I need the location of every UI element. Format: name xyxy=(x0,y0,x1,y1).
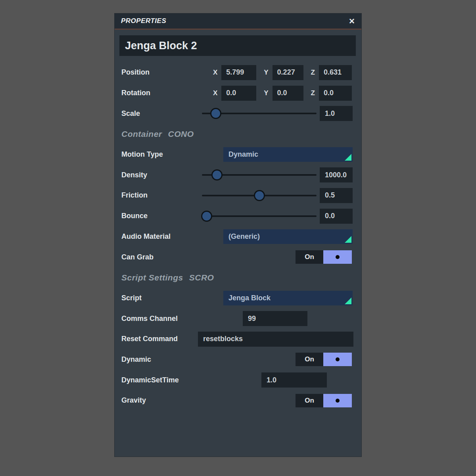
gravity-switch[interactable] xyxy=(323,394,352,407)
gravity-state: On xyxy=(296,394,323,407)
rotation-y-label: Y xyxy=(264,89,268,97)
can-grab-label: Can Grab xyxy=(121,253,154,261)
comms-channel-row: Comms Channel xyxy=(115,308,361,329)
titlebar-separator xyxy=(115,29,361,30)
gravity-label: Gravity xyxy=(121,396,146,405)
scale-slider[interactable] xyxy=(202,103,317,124)
container-section-header: Container CONO xyxy=(115,124,361,144)
rotation-x-label: X xyxy=(213,89,217,97)
rotation-y-field[interactable] xyxy=(273,86,303,101)
friction-slider-handle[interactable] xyxy=(254,190,265,201)
can-grab-row: Can Grab On xyxy=(115,247,361,267)
position-x-label: X xyxy=(213,69,217,77)
gravity-row: Gravity On xyxy=(115,390,361,411)
titlebar: PROPERTIES ✕ xyxy=(115,13,361,29)
friction-row: Friction xyxy=(115,185,361,206)
can-grab-toggle[interactable]: On xyxy=(296,250,352,264)
density-slider-handle[interactable] xyxy=(211,169,223,180)
audio-material-dropdown[interactable]: (Generic) xyxy=(223,229,353,244)
audio-material-row: Audio Material (Generic) xyxy=(115,226,361,247)
motion-type-dropdown[interactable]: Dynamic xyxy=(223,147,353,162)
rotation-z-field[interactable] xyxy=(319,86,352,101)
bounce-slider-handle[interactable] xyxy=(201,211,212,222)
density-label: Density xyxy=(121,171,147,179)
script-row: Script Jenga Block xyxy=(115,288,361,309)
dynamic-set-time-field[interactable] xyxy=(261,372,327,388)
motion-type-value: Dynamic xyxy=(228,150,258,159)
density-slider[interactable] xyxy=(202,165,317,185)
bounce-slider[interactable] xyxy=(202,206,317,226)
reset-command-field[interactable] xyxy=(198,332,353,347)
script-label: Script xyxy=(121,294,142,302)
position-x-field[interactable] xyxy=(221,65,256,80)
comms-channel-field[interactable] xyxy=(243,311,307,326)
rotation-axis-group: X Y Z xyxy=(213,83,352,104)
position-row: Position X Y Z xyxy=(115,62,361,83)
friction-value-field[interactable] xyxy=(320,188,353,203)
scale-slider-handle[interactable] xyxy=(210,108,221,119)
dropdown-corner-icon xyxy=(345,154,351,161)
script-section-title: Script Settings xyxy=(121,273,183,282)
container-section-title: Container xyxy=(121,129,162,139)
reset-command-label: Reset Command xyxy=(121,335,178,343)
friction-slider[interactable] xyxy=(202,185,317,206)
scale-label: Scale xyxy=(121,109,140,118)
bounce-label: Bounce xyxy=(121,212,148,220)
position-axis-group: X Y Z xyxy=(213,62,352,83)
object-name-field[interactable] xyxy=(119,35,356,56)
toggle-dot-icon xyxy=(336,357,340,361)
motion-type-row: Motion Type Dynamic xyxy=(115,144,361,165)
script-dropdown[interactable]: Jenga Block xyxy=(223,291,353,305)
scale-row: Scale xyxy=(115,103,361,124)
motion-type-label: Motion Type xyxy=(121,150,163,159)
script-section-header: Script Settings SCRO xyxy=(115,267,361,288)
script-section-id: SCRO xyxy=(189,273,214,282)
density-row: Density xyxy=(115,165,361,185)
toggle-dot-icon xyxy=(336,399,340,403)
dropdown-corner-icon xyxy=(345,298,351,304)
audio-material-label: Audio Material xyxy=(121,232,171,241)
bounce-value-field[interactable] xyxy=(320,209,353,224)
position-label: Position xyxy=(121,68,150,77)
dynamic-state: On xyxy=(296,353,323,366)
close-icon[interactable]: ✕ xyxy=(349,17,355,25)
position-z-field[interactable] xyxy=(319,65,352,80)
rotation-row: Rotation X Y Z xyxy=(115,83,361,104)
dynamic-set-time-label: DynamicSetTime xyxy=(121,376,179,384)
script-value: Jenga Block xyxy=(228,294,271,302)
position-y-label: Y xyxy=(264,69,268,77)
comms-channel-label: Comms Channel xyxy=(121,315,178,323)
panel-title: PROPERTIES xyxy=(121,17,166,25)
dynamic-toggle[interactable]: On xyxy=(296,353,352,366)
friction-label: Friction xyxy=(121,191,148,200)
position-z-label: Z xyxy=(311,69,315,77)
dynamic-row: Dynamic On xyxy=(115,349,361,370)
rotation-label: Rotation xyxy=(121,89,150,97)
can-grab-state: On xyxy=(296,250,323,264)
dynamic-label: Dynamic xyxy=(121,355,151,364)
reset-command-row: Reset Command xyxy=(115,329,361,349)
rotation-z-label: Z xyxy=(311,89,315,97)
toggle-dot-icon xyxy=(336,255,340,259)
dynamic-set-time-row: DynamicSetTime xyxy=(115,370,361,390)
can-grab-switch[interactable] xyxy=(323,250,352,264)
dynamic-switch[interactable] xyxy=(323,353,352,366)
scale-value-field[interactable] xyxy=(320,106,353,121)
audio-material-value: (Generic) xyxy=(228,232,260,241)
rotation-x-field[interactable] xyxy=(221,86,256,101)
bounce-slider-track[interactable] xyxy=(202,215,317,217)
gravity-toggle[interactable]: On xyxy=(296,394,352,407)
properties-panel: PROPERTIES ✕ Position X Y Z Rotation X Y xyxy=(114,13,362,457)
dropdown-corner-icon xyxy=(345,236,351,243)
density-value-field[interactable] xyxy=(320,167,353,182)
bounce-row: Bounce xyxy=(115,206,361,226)
container-section-id: CONO xyxy=(168,129,194,139)
position-y-field[interactable] xyxy=(273,65,303,80)
